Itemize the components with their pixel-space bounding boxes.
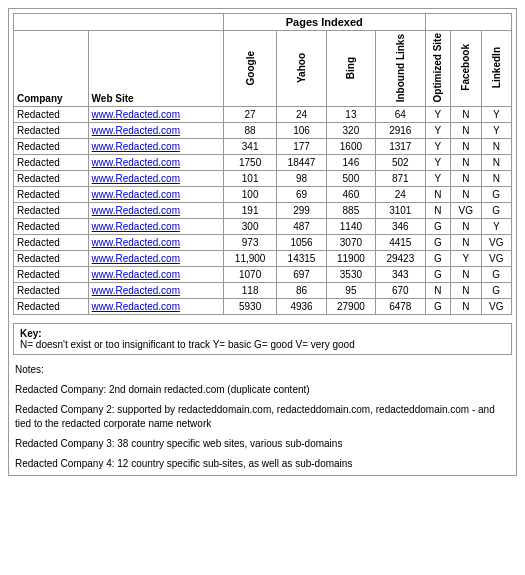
- company-cell: Redacted: [14, 251, 89, 267]
- table-row: Redacted www.Redacted.com 101 98 500 871…: [14, 171, 512, 187]
- yahoo-cell: 487: [277, 219, 326, 235]
- optimized-site-cell: Y: [425, 139, 451, 155]
- bing-cell: 500: [326, 171, 375, 187]
- yahoo-cell: 98: [277, 171, 326, 187]
- table-row: Redacted www.Redacted.com 11,900 14315 1…: [14, 251, 512, 267]
- facebook-cell: N: [451, 123, 481, 139]
- company-cell: Redacted: [14, 155, 89, 171]
- website-cell[interactable]: www.Redacted.com: [88, 283, 223, 299]
- linkedin-cell: N: [481, 155, 512, 171]
- website-cell[interactable]: www.Redacted.com: [88, 155, 223, 171]
- bing-cell: 1600: [326, 139, 375, 155]
- inbound-links-cell: 2916: [376, 123, 425, 139]
- table-row: Redacted www.Redacted.com 5930 4936 2790…: [14, 299, 512, 315]
- notes-section: Notes: Redacted Company: 2nd domain reda…: [13, 363, 512, 471]
- linkedin-cell: N: [481, 171, 512, 187]
- optimized-site-cell: Y: [425, 123, 451, 139]
- yahoo-cell: 177: [277, 139, 326, 155]
- website-cell[interactable]: www.Redacted.com: [88, 139, 223, 155]
- note-item: Redacted Company 4: 12 country specific …: [15, 457, 510, 471]
- google-cell: 11,900: [223, 251, 276, 267]
- inbound-links-cell: 6478: [376, 299, 425, 315]
- yahoo-cell: 24: [277, 107, 326, 123]
- company-cell: Redacted: [14, 219, 89, 235]
- company-cell: Redacted: [14, 107, 89, 123]
- google-cell: 300: [223, 219, 276, 235]
- table-row: Redacted www.Redacted.com 118 86 95 670 …: [14, 283, 512, 299]
- bing-cell: 11900: [326, 251, 375, 267]
- google-cell: 5930: [223, 299, 276, 315]
- table-row: Redacted www.Redacted.com 191 299 885 31…: [14, 203, 512, 219]
- key-label: Key:: [20, 328, 42, 339]
- website-cell[interactable]: www.Redacted.com: [88, 107, 223, 123]
- bing-cell: 460: [326, 187, 375, 203]
- website-cell[interactable]: www.Redacted.com: [88, 171, 223, 187]
- inbound-links-header: Inbound Links: [376, 31, 425, 107]
- inbound-links-cell: 343: [376, 267, 425, 283]
- yahoo-cell: 18447: [277, 155, 326, 171]
- optimized-site-cell: Y: [425, 107, 451, 123]
- website-cell[interactable]: www.Redacted.com: [88, 187, 223, 203]
- facebook-cell: N: [451, 171, 481, 187]
- inbound-links-cell: 1317: [376, 139, 425, 155]
- website-cell[interactable]: www.Redacted.com: [88, 251, 223, 267]
- facebook-cell: N: [451, 219, 481, 235]
- company-cell: Redacted: [14, 235, 89, 251]
- website-cell[interactable]: www.Redacted.com: [88, 267, 223, 283]
- google-cell: 191: [223, 203, 276, 219]
- bing-cell: 27900: [326, 299, 375, 315]
- bing-cell: 3530: [326, 267, 375, 283]
- data-table: Pages Indexed Company Web Site Google Ya…: [13, 13, 512, 315]
- yahoo-cell: 86: [277, 283, 326, 299]
- note-item: Redacted Company: 2nd domain redacted.co…: [15, 383, 510, 397]
- bing-cell: 146: [326, 155, 375, 171]
- company-cell: Redacted: [14, 203, 89, 219]
- table-row: Redacted www.Redacted.com 27 24 13 64 Y …: [14, 107, 512, 123]
- facebook-cell: Y: [451, 251, 481, 267]
- optimized-site-header: Optimized Site: [425, 31, 451, 107]
- company-cell: Redacted: [14, 299, 89, 315]
- inbound-links-cell: 502: [376, 155, 425, 171]
- yahoo-cell: 4936: [277, 299, 326, 315]
- optimized-site-cell: Y: [425, 155, 451, 171]
- linkedin-cell: G: [481, 283, 512, 299]
- company-cell: Redacted: [14, 187, 89, 203]
- note-item: Redacted Company 3: 38 country specific …: [15, 437, 510, 451]
- website-cell[interactable]: www.Redacted.com: [88, 299, 223, 315]
- facebook-cell: N: [451, 283, 481, 299]
- optimized-site-cell: N: [425, 187, 451, 203]
- google-cell: 1750: [223, 155, 276, 171]
- facebook-cell: N: [451, 267, 481, 283]
- table-row: Redacted www.Redacted.com 300 487 1140 3…: [14, 219, 512, 235]
- table-row: Redacted www.Redacted.com 1750 18447 146…: [14, 155, 512, 171]
- inbound-links-cell: 346: [376, 219, 425, 235]
- table-row: Redacted www.Redacted.com 973 1056 3070 …: [14, 235, 512, 251]
- google-cell: 88: [223, 123, 276, 139]
- bing-cell: 3070: [326, 235, 375, 251]
- bing-header: Bing: [326, 31, 375, 107]
- google-cell: 101: [223, 171, 276, 187]
- website-cell[interactable]: www.Redacted.com: [88, 219, 223, 235]
- linkedin-cell: VG: [481, 235, 512, 251]
- yahoo-header: Yahoo: [277, 31, 326, 107]
- company-cell: Redacted: [14, 139, 89, 155]
- website-cell[interactable]: www.Redacted.com: [88, 235, 223, 251]
- facebook-cell: N: [451, 107, 481, 123]
- table-row: Redacted www.Redacted.com 341 177 1600 1…: [14, 139, 512, 155]
- optimized-site-cell: G: [425, 251, 451, 267]
- bing-cell: 13: [326, 107, 375, 123]
- bing-cell: 95: [326, 283, 375, 299]
- linkedin-cell: G: [481, 203, 512, 219]
- linkedin-cell: VG: [481, 251, 512, 267]
- yahoo-cell: 106: [277, 123, 326, 139]
- linkedin-cell: Y: [481, 219, 512, 235]
- inbound-links-cell: 64: [376, 107, 425, 123]
- website-cell[interactable]: www.Redacted.com: [88, 123, 223, 139]
- linkedin-cell: Y: [481, 123, 512, 139]
- google-cell: 341: [223, 139, 276, 155]
- inbound-links-cell: 24: [376, 187, 425, 203]
- website-cell[interactable]: www.Redacted.com: [88, 203, 223, 219]
- google-cell: 973: [223, 235, 276, 251]
- facebook-cell: N: [451, 139, 481, 155]
- inbound-links-cell: 670: [376, 283, 425, 299]
